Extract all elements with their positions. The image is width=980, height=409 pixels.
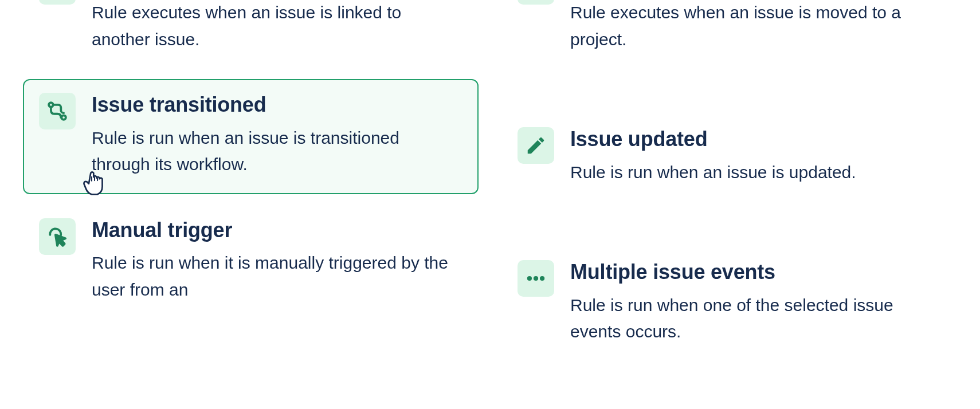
trigger-card-issue-updated[interactable]: Issue updated Rule is run when an issue … xyxy=(501,113,957,202)
trigger-card-title: Multiple issue events xyxy=(570,260,941,284)
trigger-card-title: Issue transitioned xyxy=(92,93,462,116)
svg-point-3 xyxy=(534,276,538,281)
trigger-card-desc: Rule executes when an issue is linked to… xyxy=(92,0,462,53)
trigger-card-issue-moved[interactable]: Issue moved Rule executes when an issue … xyxy=(501,0,957,69)
trigger-card-content: Multiple issue events Rule is run when o… xyxy=(570,260,941,345)
trigger-card-content: Issue transitioned Rule is run when an i… xyxy=(92,93,462,178)
trigger-card-manual-trigger[interactable]: Manual trigger Rule is run when it is ma… xyxy=(23,204,479,319)
svg-point-2 xyxy=(527,276,532,281)
dots-icon xyxy=(518,260,554,297)
trigger-card-desc: Rule is run when an issue is transitione… xyxy=(92,125,462,178)
trigger-card-content: Issue moved Rule executes when an issue … xyxy=(570,0,941,53)
trigger-card-content: Manual trigger Rule is run when it is ma… xyxy=(92,218,462,303)
trigger-card-desc: Rule is run when an issue is updated. xyxy=(570,159,856,186)
trigger-card-issue-transitioned[interactable]: Issue transitioned Rule is run when an i… xyxy=(23,79,479,194)
trigger-column-right: Issue moved Rule executes when an issue … xyxy=(501,0,957,361)
move-arrow-icon xyxy=(518,0,554,5)
trigger-card-title: Issue updated xyxy=(570,127,856,151)
cursor-click-icon xyxy=(39,218,76,255)
transition-icon xyxy=(39,93,76,129)
trigger-card-title: Manual trigger xyxy=(92,218,462,242)
trigger-card-multiple-issue-events[interactable]: Multiple issue events Rule is run when o… xyxy=(501,246,957,361)
trigger-card-issue-linked[interactable]: Issue linked Rule executes when an issue… xyxy=(23,0,479,69)
trigger-card-content: Issue linked Rule executes when an issue… xyxy=(92,0,462,53)
trigger-card-desc: Rule is run when it is manually triggere… xyxy=(92,250,462,303)
trigger-card-desc: Rule executes when an issue is moved to … xyxy=(570,0,941,53)
trigger-column-left: Issue linked Rule executes when an issue… xyxy=(23,0,479,361)
trigger-card-content: Issue updated Rule is run when an issue … xyxy=(570,127,856,186)
svg-point-1 xyxy=(61,116,66,120)
link-refresh-icon xyxy=(39,0,76,5)
trigger-card-desc: Rule is run when one of the selected iss… xyxy=(570,292,941,345)
svg-point-4 xyxy=(540,276,544,281)
pencil-icon xyxy=(518,127,554,164)
